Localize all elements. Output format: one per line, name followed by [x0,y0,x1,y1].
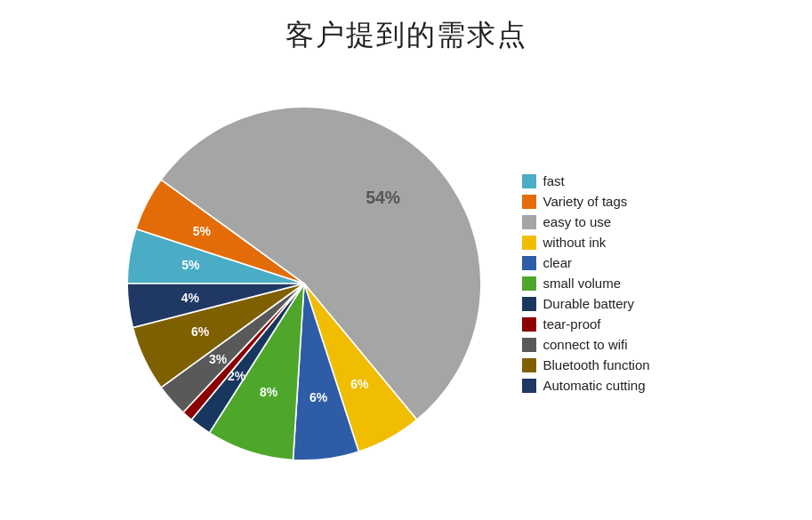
pie-label: 6% [310,389,328,404]
legend-item: without ink [522,235,700,250]
legend-item: small volume [522,276,700,291]
legend-item: Bluetooth function [522,357,700,372]
legend-color-swatch [522,379,536,393]
legend-color-swatch [522,317,536,332]
legend-item: Variety of tags [522,194,700,209]
pie-label: 3% [208,351,227,365]
pie-label: 5% [192,223,211,237]
legend-color-swatch [522,338,536,352]
legend-item: Durable battery [522,296,700,311]
legend-color-swatch [522,195,536,209]
legend-item: tear-proof [522,316,700,332]
legend-item: connect to wifi [522,337,700,352]
legend-color-swatch [522,215,536,229]
legend-item: Automatic cutting [522,378,700,393]
pie-label: 4% [181,290,199,304]
pie-label: 54% [366,188,400,207]
legend-item: fast [522,173,700,188]
legend-color-swatch [522,276,536,291]
legend-label: Durable battery [543,296,635,311]
pie-label: 6% [190,324,209,339]
legend-color-swatch [522,174,536,188]
chart-area: 5%5%54%6%6%8%2%3%6%4% fastVariety of tag… [0,64,812,520]
legend-label: without ink [543,235,607,250]
legend-item: easy to use [522,214,700,229]
legend-label: clear [543,255,573,270]
legend-label: connect to wifi [543,337,628,352]
legend: fastVariety of tagseasy to usewithout in… [522,173,700,393]
pie-label: 5% [181,258,200,272]
legend-label: tear-proof [543,316,601,332]
legend-color-swatch [522,236,536,250]
legend-label: Automatic cutting [543,378,646,393]
chart-title: 客户提到的需求点 [285,16,527,55]
legend-item: clear [522,255,700,270]
legend-label: easy to use [543,214,612,229]
legend-color-swatch [522,256,536,270]
legend-label: Variety of tags [543,194,628,209]
legend-color-swatch [522,297,536,311]
legend-label: small volume [543,276,622,291]
pie-label: 8% [259,385,277,399]
pie-chart: 5%5%54%6%6%8%2%3%6%4% [113,92,495,475]
legend-label: fast [543,173,565,188]
legend-label: Bluetooth function [543,357,650,372]
pie-label: 6% [350,376,369,390]
legend-color-swatch [522,358,536,372]
